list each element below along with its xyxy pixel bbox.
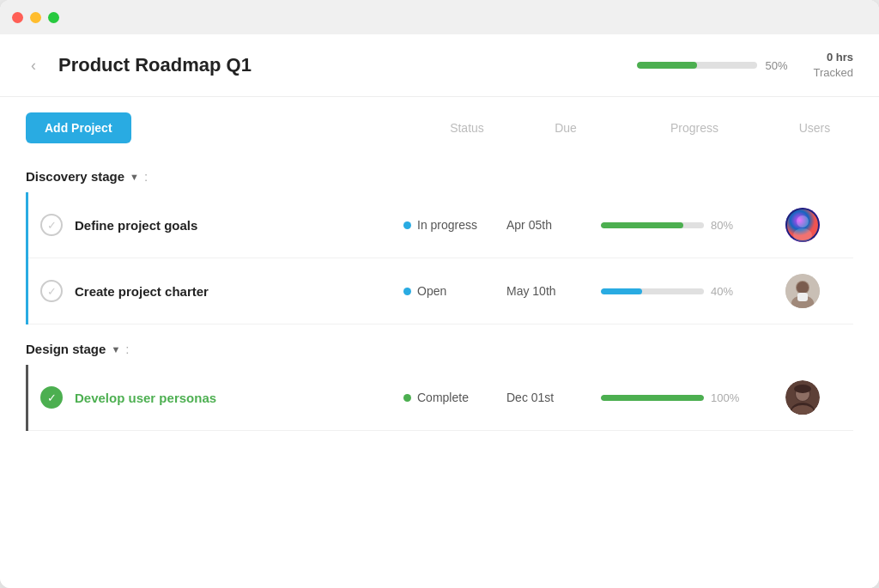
discovery-task-group: ✓ Define project goals In progress Apr 0… [26, 192, 853, 324]
svg-point-3 [793, 228, 812, 242]
overall-progress-pct: 50% [766, 59, 797, 72]
svg-point-2 [797, 215, 809, 227]
tracked-label: Tracked [814, 65, 853, 81]
col-header-status: Status [415, 121, 518, 135]
minimize-dot[interactable] [30, 12, 41, 23]
svg-rect-8 [797, 293, 808, 301]
status-dot-3 [403, 394, 411, 402]
task-check-2[interactable]: ✓ [40, 280, 63, 302]
col-header-users: Users [776, 121, 853, 135]
maximize-dot[interactable] [48, 12, 59, 23]
svg-point-7 [797, 282, 809, 294]
task-status-label-3: Complete [417, 391, 469, 404]
titlebar [0, 0, 879, 34]
task-status-label-1: In progress [417, 218, 477, 232]
task-progress-bar-3 [601, 395, 704, 401]
section-design: Design stage ▼ : ✓ Develop user personas… [0, 324, 879, 431]
section-discovery-header[interactable]: Discovery stage ▼ : [26, 161, 853, 192]
task-due-3: Dec 01st [506, 391, 601, 404]
task-progress-bar-2 [601, 288, 704, 294]
header-progress: 50% [637, 59, 797, 72]
task-progress-fill-3 [601, 395, 704, 401]
back-icon: ‹ [31, 57, 36, 74]
task-progress-bar-1 [601, 222, 704, 228]
main-content: ‹ Product Roadmap Q1 50% 0 hrs Tracked A… [0, 34, 879, 588]
section-design-header[interactable]: Design stage ▼ : [26, 333, 853, 365]
tracked-hrs: 0 hrs [814, 50, 853, 65]
task-due-1: Apr 05th [506, 218, 601, 232]
task-progress-pct-2: 40% [711, 285, 742, 298]
task-status-1: In progress [403, 218, 506, 232]
task-progress-2: 40% [601, 285, 764, 298]
table-row: ✓ Develop user personas Complete Dec 01s… [28, 365, 853, 431]
task-due-2: May 10th [506, 284, 601, 298]
status-dot-2 [403, 288, 411, 295]
column-headers: Status Due Progress Users [415, 121, 853, 135]
task-status-3: Complete [403, 391, 506, 404]
table-row: ✓ Define project goals In progress Apr 0… [28, 192, 853, 258]
col-header-progress: Progress [613, 121, 776, 135]
page-header: ‹ Product Roadmap Q1 50% 0 hrs Tracked [0, 34, 879, 97]
toolbar: Add Project Status Due Progress Users [0, 97, 879, 152]
svg-point-13 [794, 385, 811, 393]
task-progress-fill-1 [601, 222, 683, 228]
back-button[interactable]: ‹ [26, 57, 41, 75]
close-dot[interactable] [12, 12, 23, 23]
task-name-2: Create project charter [75, 284, 403, 299]
task-name-3: Develop user personas [75, 391, 403, 405]
task-progress-fill-2 [601, 288, 642, 294]
section-design-title: Design stage [26, 342, 106, 356]
task-progress-3: 100% [601, 391, 764, 404]
tracked-info: 0 hrs Tracked [814, 50, 853, 81]
table-row: ✓ Create project charter Open May 10th 4… [28, 258, 853, 324]
check-icon-3: ✓ [47, 391, 57, 404]
section-discovery-title: Discovery stage [26, 169, 124, 184]
task-progress-pct-1: 80% [711, 219, 742, 232]
task-user-2 [764, 274, 841, 308]
section-colon-2: : [125, 342, 129, 356]
section-discovery: Discovery stage ▼ : ✓ Define project goa… [0, 152, 879, 324]
chevron-down-icon: ▼ [130, 172, 139, 182]
check-icon-1: ✓ [47, 219, 57, 232]
add-project-button[interactable]: Add Project [26, 112, 131, 143]
task-progress-1: 80% [601, 219, 764, 232]
task-status-2: Open [403, 284, 506, 298]
design-task-group: ✓ Develop user personas Complete Dec 01s… [26, 365, 853, 431]
task-user-1 [764, 208, 841, 242]
task-status-label-2: Open [417, 284, 446, 298]
status-dot-1 [403, 221, 411, 229]
task-progress-pct-3: 100% [711, 391, 742, 404]
avatar-2 [785, 274, 820, 308]
overall-progress-fill [637, 62, 697, 69]
task-user-3 [764, 380, 841, 415]
check-icon-2: ✓ [47, 285, 57, 298]
overall-progress-bar [637, 62, 757, 69]
section-colon: : [144, 169, 148, 184]
avatar-3 [785, 380, 820, 415]
task-name-1: Define project goals [75, 218, 403, 233]
page-title: Product Roadmap Q1 [58, 54, 620, 76]
app-window: ‹ Product Roadmap Q1 50% 0 hrs Tracked A… [0, 0, 879, 588]
task-check-1[interactable]: ✓ [40, 214, 63, 236]
avatar-1 [785, 208, 820, 242]
col-header-due: Due [518, 121, 613, 135]
task-check-3[interactable]: ✓ [40, 386, 63, 409]
chevron-down-icon-2: ▼ [111, 344, 120, 355]
